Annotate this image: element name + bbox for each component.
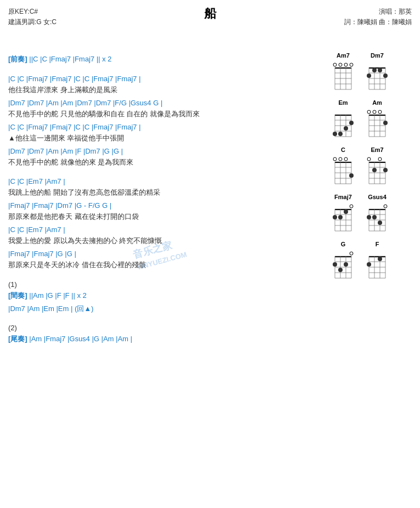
svg-point-111: [378, 221, 382, 225]
chorus-lyric3: 我愛上他的愛 原以為失去擁抱的心 終究不能慷慨: [8, 235, 324, 246]
svg-point-38: [333, 132, 337, 136]
chord-grid: [363, 249, 391, 284]
svg-point-94: [350, 205, 353, 208]
interlude-block: (1) [間奏] ||Am |G |F |F || x 2 |Dm7 |Am |…: [8, 280, 324, 314]
svg-point-52: [367, 110, 371, 114]
verse1-lyric4: 不見他手中的舵 就像他的來 是為我而來: [8, 157, 324, 168]
chord-diagram-g: G: [329, 241, 357, 284]
verse1-chords3: |C |C |Fmaj7 |Fmaj7 |C |C |Fmaj7 |Fmaj7 …: [8, 122, 324, 133]
chord-diagram-em: Em: [329, 99, 357, 142]
chorus-chords1: |C |C |Em7 |Am7 |: [8, 176, 324, 187]
chord-name: Am: [372, 99, 382, 106]
svg-point-81: [378, 157, 382, 161]
svg-point-55: [383, 121, 388, 125]
chord-name: G: [341, 241, 346, 247]
svg-point-137: [378, 257, 382, 261]
chorus-block: |C |C |Em7 |Am7 | 我跳上他的船 開始了沒有忽高忽低卻溫柔的精采…: [8, 176, 324, 270]
chord-name: Em7: [371, 146, 383, 153]
chord-name: Em: [338, 99, 348, 106]
svg-point-53: [373, 110, 376, 114]
content-area: [前奏] ||C |C |Fmaj7 |Fmaj7 || x 2 |C |C |…: [8, 52, 412, 348]
svg-point-10: [333, 63, 337, 66]
svg-point-24: [372, 68, 377, 72]
outro-block: (2) [尾奏] |Am |Fmaj7 |Gsus4 |G |Am |Am |: [8, 324, 324, 345]
chorus-lyric1: 我跳上他的船 開始了沒有忽高忽低卻溫柔的精采: [8, 187, 324, 198]
meta-right: 演唱：那英 詞：陳曦娟 曲：陳曦娟: [344, 7, 412, 27]
prelude-label: [前奏]: [8, 55, 27, 63]
svg-point-83: [383, 168, 388, 172]
svg-point-123: [333, 262, 337, 267]
svg-point-66: [333, 157, 337, 161]
outro-line: [尾奏] |Am |Fmaj7 |Gsus4 |G |Am |Am |: [8, 334, 324, 345]
chord-name: Dm7: [371, 52, 384, 59]
svg-point-110: [372, 215, 377, 219]
svg-point-25: [378, 68, 382, 72]
svg-point-41: [349, 121, 354, 125]
chorus-lyric2: 那原來都是他把春天 藏在從未打開的口袋: [8, 211, 324, 222]
chord-grid: [363, 154, 391, 189]
chord-name: Am7: [337, 52, 350, 59]
svg-point-108: [384, 205, 387, 208]
verse1-lyric3: ▲他往這一邊開來 幸福從他手中張開: [8, 133, 324, 144]
outro-label: [尾奏]: [8, 335, 27, 343]
chord-grid: [329, 107, 357, 142]
chorus-lyric4: 那原來只是冬天的冰冷 借住在我心裡的殘骸: [8, 259, 324, 270]
chorus-chords4: |Fmaj7 |Fmaj7 |G |G |: [8, 249, 324, 259]
lyrics-section: [前奏] ||C |C |Fmaj7 |Fmaj7 || x 2 |C |C |…: [8, 52, 324, 348]
chord-grid: [329, 60, 357, 95]
svg-point-95: [333, 215, 337, 219]
svg-point-96: [338, 215, 343, 219]
svg-point-68: [344, 157, 348, 161]
svg-point-122: [350, 252, 353, 255]
page: 音乐之家YINYUEZI.COM 原KEY:C# 建議男調:G 女:C 船 演唱…: [0, 0, 420, 508]
meta-left: 原KEY:C# 建議男調:G 女:C: [8, 7, 57, 27]
svg-point-97: [344, 210, 348, 214]
chord-diagram-c: C: [329, 146, 357, 189]
chord-diagram-am: Am: [363, 99, 391, 142]
svg-point-109: [367, 215, 371, 219]
chord-diagrams: Am7Dm7EmAmCEm7Fmaj7Gsus4GF: [324, 52, 412, 348]
svg-point-11: [339, 63, 342, 66]
verse1-chords4: |Dm7 |Dm7 |Am |Am |F |Dm7 |G |G |: [8, 146, 324, 157]
verse1-chords1: |C |C |Fmaj7 |Fmaj7 |C |C |Fmaj7 |Fmaj7 …: [8, 74, 324, 84]
chorus-chords2: |Fmaj7 |Fmaj7 |Dm7 |G - F/G G |: [8, 200, 324, 211]
diagrams-grid: Am7Dm7EmAmCEm7Fmaj7Gsus4GF: [329, 52, 412, 284]
chord-name: Fmaj7: [334, 194, 352, 200]
svg-point-40: [344, 126, 348, 131]
chord-diagram-am7: Am7: [329, 52, 357, 95]
chord-grid: [329, 154, 357, 189]
svg-point-67: [339, 157, 342, 161]
chord-grid: [363, 60, 391, 95]
outro-chords: |Am |Fmaj7 |Gsus4 |G |Am |Am |: [29, 335, 132, 343]
svg-point-80: [367, 157, 371, 161]
svg-point-69: [349, 173, 354, 178]
verse1-chords2: |Dm7 |Dm7 |Am |Am |Dm7 |Dm7 |F/G |Gsus4 …: [8, 98, 324, 109]
interlude-label: [間奏]: [8, 291, 27, 300]
suggestion-label: 建議男調:G 女:C: [8, 17, 57, 27]
key-label: 原KEY:C#: [8, 7, 57, 17]
chord-grid: [363, 201, 391, 236]
interlude-line1: [間奏] ||Am |G |F |F || x 2: [8, 290, 324, 302]
svg-point-26: [383, 74, 388, 78]
chorus-chords3: |C |C |Em7 |Am7 |: [8, 224, 324, 235]
interlude-num: (1): [8, 280, 324, 289]
chord-diagram-fmaj7: Fmaj7: [329, 194, 357, 236]
interlude-chords2: |Dm7 |Am |Em |Em | (回▲): [8, 303, 324, 314]
svg-point-39: [338, 132, 343, 136]
prelude-block: [前奏] ||C |C |Fmaj7 |Fmaj7 || x 2: [8, 54, 324, 65]
verse1-lyric2: 不見他手中的舵 只見他的驕傲和自在 自在的 就像是為我而來: [8, 109, 324, 120]
chord-diagram-f: F: [363, 241, 391, 284]
svg-point-27: [367, 74, 371, 78]
svg-point-82: [372, 168, 377, 172]
prelude-chords: ||C |C |Fmaj7 |Fmaj7 || x 2: [29, 55, 111, 63]
chord-diagram-em7: Em7: [363, 146, 391, 189]
svg-point-13: [350, 63, 353, 66]
chord-grid: [329, 249, 357, 284]
chord-diagram-gsus4: Gsus4: [363, 194, 391, 236]
outro-num: (2): [8, 324, 324, 332]
svg-point-54: [378, 110, 382, 114]
chord-name: C: [341, 146, 345, 153]
song-title: 船: [204, 7, 216, 20]
chord-diagram-dm7: Dm7: [363, 52, 391, 95]
chord-name: F: [376, 241, 379, 247]
